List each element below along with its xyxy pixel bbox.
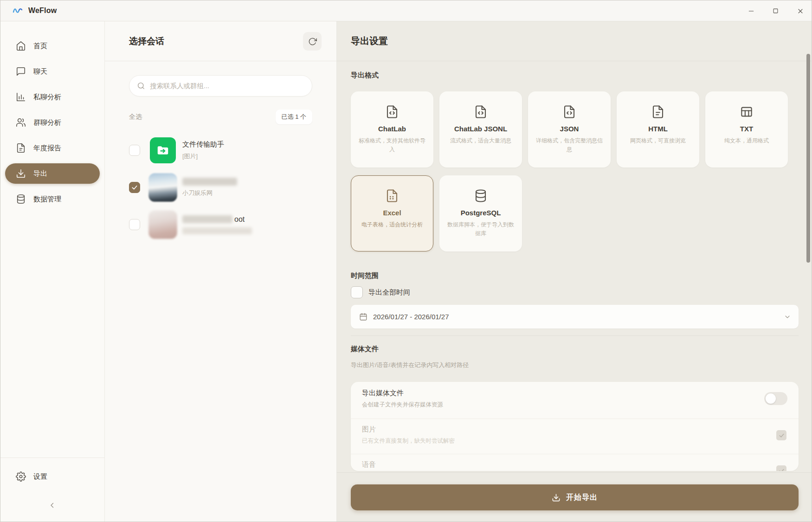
format-desc: 流式格式，适合大量消息 bbox=[450, 136, 511, 145]
start-export-label: 开始导出 bbox=[566, 493, 598, 503]
format-name: Excel bbox=[383, 209, 401, 217]
format-card-excel[interactable]: Excel 电子表格，适合统计分析 bbox=[351, 175, 433, 251]
export-footer: 开始导出 bbox=[337, 472, 812, 522]
app-title: WeFlow bbox=[28, 6, 57, 15]
conversation-row[interactable]: 文件传输助手 [图片] bbox=[105, 132, 336, 169]
section-divider bbox=[351, 335, 799, 336]
maximize-button[interactable] bbox=[763, 0, 788, 21]
format-name: ChatLab bbox=[378, 125, 406, 133]
sidebar-item-label: 数据管理 bbox=[33, 195, 61, 204]
export-settings-panel: 导出设置 导出格式 ChatLab 标准格式，支持其他软件导入 ChatLab … bbox=[337, 21, 812, 522]
format-desc: 标准格式，支持其他软件导入 bbox=[357, 136, 427, 154]
file-code-icon bbox=[562, 105, 576, 119]
sidebar-item-group-analysis[interactable]: 群聊分析 bbox=[5, 112, 100, 133]
chevron-left-icon bbox=[48, 501, 57, 509]
blurred-avatar bbox=[148, 210, 177, 239]
format-card-chatlab[interactable]: ChatLab 标准格式，支持其他软件导入 bbox=[351, 91, 433, 168]
all-time-label: 导出全部时间 bbox=[368, 288, 410, 297]
blurred-conversation-name bbox=[182, 215, 232, 223]
start-export-button[interactable]: 开始导出 bbox=[351, 484, 799, 510]
format-desc: 电子表格，适合统计分析 bbox=[361, 220, 423, 229]
export-media-toggle[interactable] bbox=[764, 392, 787, 405]
table-icon bbox=[740, 105, 754, 119]
format-name: JSON bbox=[560, 125, 579, 133]
sidebar-item-home[interactable]: 首页 bbox=[5, 36, 100, 56]
sidebar-item-label: 私聊分析 bbox=[33, 93, 61, 102]
format-desc: 纯文本，通用格式 bbox=[724, 136, 769, 145]
scrollbar[interactable] bbox=[806, 54, 810, 263]
media-image-row: 图片 已有文件直接复制，缺失时尝试解密 bbox=[351, 419, 799, 454]
sidebar-item-label: 聊天 bbox=[33, 67, 47, 76]
export-media-subtitle: 会创建子文件夹并保存媒体资源 bbox=[362, 401, 787, 409]
date-range-value: 2026/01/27 - 2026/01/27 bbox=[373, 313, 449, 321]
format-card-postgresql[interactable]: PostgreSQL 数据库脚本，便于导入到数据库 bbox=[439, 175, 522, 251]
file-code-icon bbox=[385, 105, 399, 119]
format-name: HTML bbox=[648, 125, 668, 133]
conversation-row[interactable]: oot bbox=[105, 206, 336, 243]
conversation-checkbox[interactable] bbox=[129, 182, 140, 193]
date-range-field[interactable]: 2026/01/27 - 2026/01/27 bbox=[351, 305, 799, 329]
close-button[interactable] bbox=[788, 0, 812, 21]
home-icon bbox=[16, 41, 26, 51]
sidebar-item-label: 群聊分析 bbox=[33, 118, 61, 127]
collapse-sidebar-button[interactable] bbox=[0, 501, 104, 509]
format-card-chatlab-jsonl[interactable]: ChatLab JSONL 流式格式，适合大量消息 bbox=[439, 91, 522, 168]
export-media-row: 导出媒体文件 会创建子文件夹并保存媒体资源 bbox=[351, 382, 799, 419]
file-spreadsheet-icon bbox=[385, 189, 399, 203]
search-box[interactable] bbox=[129, 75, 312, 97]
selected-count-badge: 已选 1 个 bbox=[276, 110, 312, 124]
conversation-row[interactable]: 小刀娱乐网 bbox=[105, 169, 336, 206]
conversation-name: 文件传输助手 bbox=[182, 140, 224, 149]
bar-chart-icon bbox=[16, 92, 26, 102]
sidebar-item-annual-report[interactable]: 年度报告 bbox=[5, 138, 100, 158]
chevron-down-icon bbox=[784, 313, 791, 321]
blurred-avatar bbox=[148, 173, 177, 202]
users-icon bbox=[16, 117, 26, 128]
sidebar-item-chat[interactable]: 聊天 bbox=[5, 61, 100, 82]
title-bar: WeFlow bbox=[0, 0, 812, 21]
format-name: ChatLab JSONL bbox=[454, 125, 507, 133]
format-name: TXT bbox=[740, 125, 753, 133]
blurred-conversation-preview bbox=[182, 227, 252, 234]
format-card-json[interactable]: JSON 详细格式，包含完整消息信息 bbox=[528, 91, 611, 168]
sidebar-item-export[interactable]: 导出 bbox=[5, 163, 100, 184]
session-panel: 选择会话 全选 已选 1 个 bbox=[105, 21, 337, 522]
sidebar-item-label: 年度报告 bbox=[33, 144, 61, 153]
select-all-label[interactable]: 全选 bbox=[129, 113, 142, 121]
export-format-label: 导出格式 bbox=[351, 71, 799, 80]
search-icon bbox=[137, 82, 145, 90]
all-time-checkbox[interactable] bbox=[351, 286, 363, 298]
sidebar-item-label: 首页 bbox=[33, 42, 47, 51]
conversation-checkbox[interactable] bbox=[129, 145, 140, 156]
format-name: PostgreSQL bbox=[461, 209, 501, 217]
time-range-label: 时间范围 bbox=[351, 271, 799, 280]
refresh-button[interactable] bbox=[303, 32, 322, 51]
toggle-knob bbox=[766, 393, 776, 404]
media-files-subtitle: 导出图片/语音/表情并在记录内写入相对路径 bbox=[351, 361, 799, 369]
file-text-icon bbox=[651, 105, 665, 119]
sidebar-item-label: 设置 bbox=[33, 472, 47, 481]
sidebar-item-data-management[interactable]: 数据管理 bbox=[5, 189, 100, 209]
format-desc: 详细格式，包含完整消息信息 bbox=[534, 136, 605, 154]
download-icon bbox=[16, 168, 26, 179]
sidebar-item-private-analysis[interactable]: 私聊分析 bbox=[5, 87, 100, 107]
media-options-card: 导出媒体文件 会创建子文件夹并保存媒体资源 图片 已有文件直接复制，缺失时尝试解… bbox=[351, 382, 799, 471]
sidebar: 首页 聊天 私聊分析 群聊分析 年度报告 bbox=[0, 21, 105, 522]
media-voice-checkbox bbox=[776, 465, 786, 471]
format-desc: 数据库脚本，便于导入到数据库 bbox=[445, 220, 516, 238]
minimize-button[interactable] bbox=[739, 0, 763, 21]
format-card-html[interactable]: HTML 网页格式，可直接浏览 bbox=[617, 91, 699, 168]
sidebar-item-label: 导出 bbox=[33, 169, 47, 178]
search-input[interactable] bbox=[150, 82, 304, 90]
sidebar-item-settings[interactable]: 设置 bbox=[5, 466, 100, 487]
chat-icon bbox=[16, 66, 26, 77]
media-image-checkbox bbox=[776, 430, 786, 440]
media-image-subtitle: 已有文件直接复制，缺失时尝试解密 bbox=[362, 437, 787, 445]
calendar-icon bbox=[359, 313, 367, 321]
media-voice-title: 语音 bbox=[362, 460, 787, 469]
weflow-logo-icon bbox=[13, 6, 24, 15]
report-icon bbox=[16, 143, 26, 153]
format-desc: 网页格式，可直接浏览 bbox=[630, 136, 686, 145]
conversation-checkbox[interactable] bbox=[129, 219, 140, 230]
format-card-txt[interactable]: TXT 纯文本，通用格式 bbox=[705, 91, 788, 168]
